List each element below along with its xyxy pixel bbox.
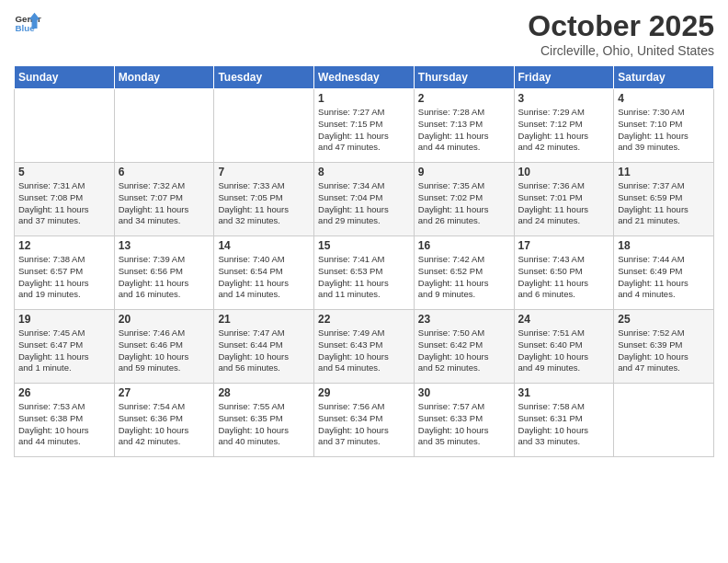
calendar-week-row: 26Sunrise: 7:53 AM Sunset: 6:38 PM Dayli… [15,384,714,457]
table-row: 31Sunrise: 7:58 AM Sunset: 6:31 PM Dayli… [514,384,614,457]
table-row: 9Sunrise: 7:35 AM Sunset: 7:02 PM Daylig… [414,163,514,236]
day-info: Sunrise: 7:36 AM Sunset: 7:01 PM Dayligh… [518,180,610,227]
table-row: 12Sunrise: 7:38 AM Sunset: 6:57 PM Dayli… [15,236,115,310]
day-number: 30 [418,386,510,399]
day-number: 4 [618,92,710,105]
table-row: 5Sunrise: 7:31 AM Sunset: 7:08 PM Daylig… [15,163,115,236]
day-info: Sunrise: 7:45 AM Sunset: 6:47 PM Dayligh… [18,327,110,374]
day-info: Sunrise: 7:47 AM Sunset: 6:44 PM Dayligh… [218,327,310,374]
day-info: Sunrise: 7:55 AM Sunset: 6:35 PM Dayligh… [218,401,310,448]
table-row [114,89,214,163]
table-row: 8Sunrise: 7:34 AM Sunset: 7:04 PM Daylig… [314,163,415,236]
day-info: Sunrise: 7:41 AM Sunset: 6:53 PM Dayligh… [318,254,410,301]
table-row: 27Sunrise: 7:54 AM Sunset: 6:36 PM Dayli… [114,384,214,457]
day-info: Sunrise: 7:49 AM Sunset: 6:43 PM Dayligh… [318,327,410,374]
header-thursday: Thursday [414,66,514,89]
day-info: Sunrise: 7:51 AM Sunset: 6:40 PM Dayligh… [518,327,610,374]
day-number: 12 [18,239,110,252]
table-row: 25Sunrise: 7:52 AM Sunset: 6:39 PM Dayli… [614,310,714,384]
day-number: 24 [518,313,610,326]
location: Circleville, Ohio, United States [528,43,714,58]
calendar-week-row: 5Sunrise: 7:31 AM Sunset: 7:08 PM Daylig… [15,163,714,236]
day-info: Sunrise: 7:39 AM Sunset: 6:56 PM Dayligh… [119,254,210,301]
header-wednesday: Wednesday [314,66,415,89]
table-row: 10Sunrise: 7:36 AM Sunset: 7:01 PM Dayli… [514,163,614,236]
header-tuesday: Tuesday [214,66,314,89]
logo: General Blue [14,9,41,37]
table-row: 28Sunrise: 7:55 AM Sunset: 6:35 PM Dayli… [214,384,314,457]
day-number: 20 [119,313,210,326]
day-number: 13 [119,239,210,252]
day-number: 1 [318,92,410,105]
day-info: Sunrise: 7:43 AM Sunset: 6:50 PM Dayligh… [518,254,610,301]
table-row: 1Sunrise: 7:27 AM Sunset: 7:15 PM Daylig… [314,89,415,163]
table-row: 24Sunrise: 7:51 AM Sunset: 6:40 PM Dayli… [514,310,614,384]
day-info: Sunrise: 7:30 AM Sunset: 7:10 PM Dayligh… [618,107,710,154]
calendar-week-row: 1Sunrise: 7:27 AM Sunset: 7:15 PM Daylig… [15,89,714,163]
day-number: 2 [418,92,510,105]
table-row: 16Sunrise: 7:42 AM Sunset: 6:52 PM Dayli… [414,236,514,310]
day-info: Sunrise: 7:34 AM Sunset: 7:04 PM Dayligh… [318,180,410,227]
day-info: Sunrise: 7:58 AM Sunset: 6:31 PM Dayligh… [518,401,610,448]
calendar-week-row: 12Sunrise: 7:38 AM Sunset: 6:57 PM Dayli… [15,236,714,310]
day-info: Sunrise: 7:53 AM Sunset: 6:38 PM Dayligh… [18,401,110,448]
header-friday: Friday [514,66,614,89]
table-row: 23Sunrise: 7:50 AM Sunset: 6:42 PM Dayli… [414,310,514,384]
day-number: 9 [418,166,510,178]
title-block: October 2025 Circleville, Ohio, United S… [528,9,714,58]
header-saturday: Saturday [614,66,714,89]
table-row: 26Sunrise: 7:53 AM Sunset: 6:38 PM Dayli… [15,384,115,457]
day-number: 5 [18,166,110,178]
day-info: Sunrise: 7:56 AM Sunset: 6:34 PM Dayligh… [318,401,410,448]
month-title: October 2025 [528,9,714,43]
day-info: Sunrise: 7:33 AM Sunset: 7:05 PM Dayligh… [218,180,310,227]
day-number: 8 [318,166,410,178]
table-row: 14Sunrise: 7:40 AM Sunset: 6:54 PM Dayli… [214,236,314,310]
day-info: Sunrise: 7:31 AM Sunset: 7:08 PM Dayligh… [18,180,110,227]
day-info: Sunrise: 7:35 AM Sunset: 7:02 PM Dayligh… [418,180,510,227]
table-row: 11Sunrise: 7:37 AM Sunset: 6:59 PM Dayli… [614,163,714,236]
table-row: 2Sunrise: 7:28 AM Sunset: 7:13 PM Daylig… [414,89,514,163]
table-row [614,384,714,457]
day-info: Sunrise: 7:50 AM Sunset: 6:42 PM Dayligh… [418,327,510,374]
day-info: Sunrise: 7:54 AM Sunset: 6:36 PM Dayligh… [119,401,210,448]
day-info: Sunrise: 7:57 AM Sunset: 6:33 PM Dayligh… [418,401,510,448]
table-row: 7Sunrise: 7:33 AM Sunset: 7:05 PM Daylig… [214,163,314,236]
day-info: Sunrise: 7:46 AM Sunset: 6:46 PM Dayligh… [119,327,210,374]
day-number: 16 [418,239,510,252]
day-number: 17 [518,239,610,252]
table-row: 17Sunrise: 7:43 AM Sunset: 6:50 PM Dayli… [514,236,614,310]
day-number: 29 [318,386,410,399]
logo-icon: General Blue [14,9,41,37]
day-number: 28 [218,386,310,399]
day-number: 7 [218,166,310,178]
table-row: 15Sunrise: 7:41 AM Sunset: 6:53 PM Dayli… [314,236,415,310]
day-number: 26 [18,386,110,399]
calendar-week-row: 19Sunrise: 7:45 AM Sunset: 6:47 PM Dayli… [15,310,714,384]
day-number: 14 [218,239,310,252]
day-info: Sunrise: 7:52 AM Sunset: 6:39 PM Dayligh… [618,327,710,374]
day-info: Sunrise: 7:44 AM Sunset: 6:49 PM Dayligh… [618,254,710,301]
day-number: 21 [218,313,310,326]
calendar-header-row: Sunday Monday Tuesday Wednesday Thursday… [15,66,714,89]
table-row: 22Sunrise: 7:49 AM Sunset: 6:43 PM Dayli… [314,310,415,384]
table-row [214,89,314,163]
day-info: Sunrise: 7:28 AM Sunset: 7:13 PM Dayligh… [418,107,510,154]
day-number: 15 [318,239,410,252]
table-row [15,89,115,163]
day-number: 10 [518,166,610,178]
day-number: 18 [618,239,710,252]
day-info: Sunrise: 7:38 AM Sunset: 6:57 PM Dayligh… [18,254,110,301]
day-info: Sunrise: 7:29 AM Sunset: 7:12 PM Dayligh… [518,107,610,154]
table-row: 13Sunrise: 7:39 AM Sunset: 6:56 PM Dayli… [114,236,214,310]
day-number: 23 [418,313,510,326]
day-info: Sunrise: 7:32 AM Sunset: 7:07 PM Dayligh… [119,180,210,227]
table-row: 29Sunrise: 7:56 AM Sunset: 6:34 PM Dayli… [314,384,415,457]
calendar: Sunday Monday Tuesday Wednesday Thursday… [14,65,714,457]
day-info: Sunrise: 7:42 AM Sunset: 6:52 PM Dayligh… [418,254,510,301]
day-number: 22 [318,313,410,326]
day-number: 25 [618,313,710,326]
table-row: 30Sunrise: 7:57 AM Sunset: 6:33 PM Dayli… [414,384,514,457]
day-number: 31 [518,386,610,399]
header-monday: Monday [114,66,214,89]
